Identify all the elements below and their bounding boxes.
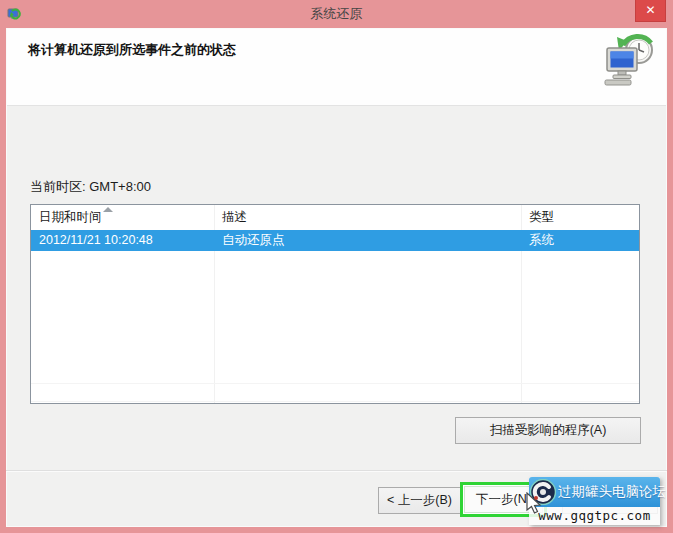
column-header-description[interactable]: 描述: [214, 205, 521, 230]
titlebar: 系统还原 ✕: [0, 0, 673, 28]
column-header-datetime[interactable]: 日期和时间: [31, 205, 214, 230]
watermark: 过期罐头电脑论坛 www.gqgtpc.com: [529, 477, 660, 525]
watermark-site-name: 过期罐头电脑论坛: [558, 483, 666, 501]
back-button[interactable]: < 上一步(B): [378, 487, 461, 514]
table-header-row: 日期和时间 描述 类型: [31, 205, 639, 230]
system-restore-icon: [601, 33, 657, 89]
cell-description: 自动还原点: [214, 230, 521, 251]
window-frame-right: [667, 28, 673, 533]
system-restore-window: 系统还原 ✕ 将计算机还原到所选事件之前的状态: [0, 0, 673, 533]
timezone-label: 当前时区: GMT+8:00: [30, 178, 151, 196]
watermark-site-url: www.gqgtpc.com: [529, 507, 660, 525]
window-frame-bottom: [0, 527, 673, 533]
sort-ascending-icon: [103, 207, 113, 212]
cell-type: 系统: [521, 230, 639, 251]
close-button[interactable]: ✕: [635, 0, 666, 22]
cell-datetime: 2012/11/21 10:20:48: [31, 230, 214, 251]
header-instruction: 将计算机还原到所选事件之前的状态: [28, 41, 236, 59]
wizard-header: 将计算机还原到所选事件之前的状态: [6, 28, 667, 106]
restore-points-table[interactable]: 日期和时间 描述 类型 2012/11/21 10:20:48 自动还原点 系统: [30, 204, 640, 404]
row-gridline: [31, 383, 639, 384]
scan-affected-programs-button[interactable]: 扫描受影响的程序(A): [455, 417, 641, 444]
footer-separator-highlight: [6, 471, 667, 472]
watermark-logo-icon: [530, 479, 556, 505]
window-title: 系统还原: [0, 0, 673, 28]
column-header-type[interactable]: 类型: [521, 205, 639, 230]
row-gridline: [31, 401, 639, 402]
table-row-selected[interactable]: 2012/11/21 10:20:48 自动还原点 系统: [31, 230, 639, 251]
